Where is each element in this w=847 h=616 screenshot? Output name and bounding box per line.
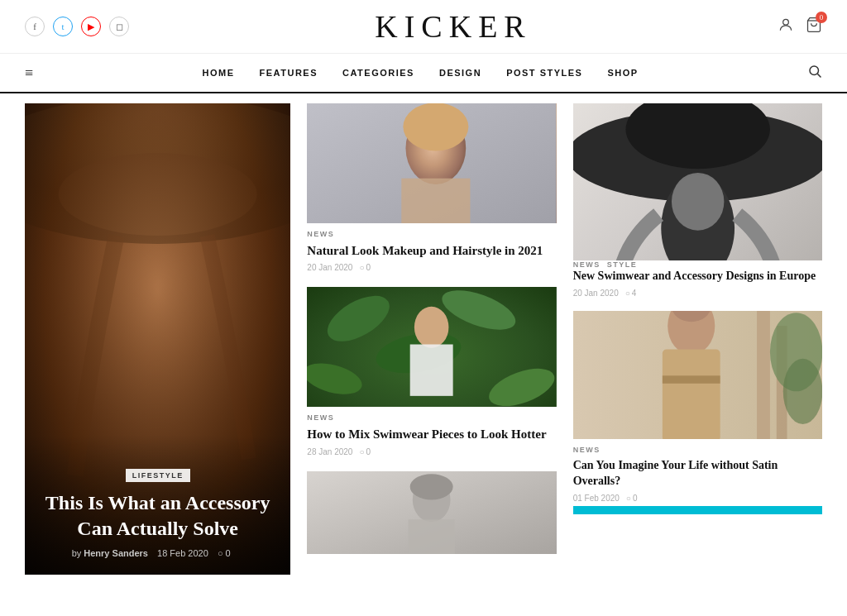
featured-overlay: LIFESTYLE This Is What an Accessory Can … xyxy=(25,435,290,575)
right-meta-2: 01 Feb 2020 0 xyxy=(573,494,822,503)
nav-post-styles[interactable]: POST STYLES xyxy=(506,68,582,78)
main-nav: ≡ HOME FEATURES CATEGORIES DESIGN POST S… xyxy=(0,54,847,93)
cart-badge: 0 xyxy=(816,12,827,23)
article-comments-2: 0 xyxy=(359,447,371,456)
right-column: NEWS STYLE New Swimwear and Accessory De… xyxy=(557,103,822,569)
svg-rect-19 xyxy=(410,345,453,396)
middle-column: NEWS Natural Look Makeup and Hairstyle i… xyxy=(290,103,556,569)
nav-home[interactable]: HOME xyxy=(203,68,235,78)
right-date-2: 01 Feb 2020 xyxy=(573,494,620,503)
article-img-placeholder-3 xyxy=(307,471,556,554)
featured-meta: by Henry Sanders 18 Feb 2020 ○ 0 xyxy=(41,548,274,558)
youtube-icon[interactable]: ▶ xyxy=(81,17,101,36)
featured-article[interactable]: LIFESTYLE This Is What an Accessory Can … xyxy=(25,103,290,575)
article-img-placeholder-1 xyxy=(307,103,556,223)
right-article-2[interactable]: NEWS Can You Imagine Your Life without S… xyxy=(573,311,822,514)
article-card-1[interactable]: NEWS Natural Look Makeup and Hairstyle i… xyxy=(307,103,556,272)
article-category-1: NEWS xyxy=(307,230,556,238)
right-article-1[interactable]: NEWS STYLE New Swimwear and Accessory De… xyxy=(573,103,822,298)
right-meta-1: 20 Jan 2020 4 xyxy=(573,289,822,298)
instagram-icon[interactable]: ◻ xyxy=(109,17,129,36)
right-img-placeholder-1 xyxy=(573,103,822,260)
nav-features[interactable]: FEATURES xyxy=(260,68,318,78)
svg-line-3 xyxy=(817,74,821,77)
article-image-2 xyxy=(307,287,556,407)
search-icon[interactable] xyxy=(807,64,822,82)
article-title-1: Natural Look Makeup and Hairstyle in 202… xyxy=(307,242,556,259)
top-bar: f t ▶ ◻ KICKER 0 xyxy=(0,0,847,54)
article-meta-1: 20 Jan 2020 0 xyxy=(307,263,556,272)
svg-point-2 xyxy=(810,66,819,75)
featured-date: 18 Feb 2020 xyxy=(157,548,208,558)
featured-title: This Is What an Accessory Can Actually S… xyxy=(41,490,274,542)
user-icon[interactable] xyxy=(778,17,794,37)
svg-point-6 xyxy=(59,153,257,236)
featured-comments: ○ 0 xyxy=(218,548,237,558)
svg-point-5 xyxy=(25,103,290,244)
svg-point-18 xyxy=(414,307,449,348)
article-meta-2: 28 Jan 2020 0 xyxy=(307,447,556,456)
svg-rect-23 xyxy=(409,519,455,554)
hamburger-menu[interactable]: ≡ xyxy=(25,64,33,82)
svg-point-10 xyxy=(404,103,469,150)
article-image-1 xyxy=(307,103,556,223)
svg-rect-36 xyxy=(663,349,720,438)
right-comments-1: 4 xyxy=(625,289,637,298)
right-img-placeholder-2 xyxy=(573,311,822,439)
right-date-1: 20 Jan 2020 xyxy=(573,289,619,298)
article-category-2: NEWS xyxy=(307,413,556,422)
right-title-2: Can You Imagine Your Life without Satin … xyxy=(573,458,822,489)
cart-icon[interactable]: 0 xyxy=(806,17,822,37)
nav-categories[interactable]: CATEGORIES xyxy=(342,68,414,78)
article-card-2[interactable]: NEWS How to Mix Swimwear Pieces to Look … xyxy=(307,287,556,456)
right-title-1: New Swimwear and Accessory Designs in Eu… xyxy=(573,269,822,284)
svg-point-22 xyxy=(410,474,453,499)
right-comments-2: 0 xyxy=(626,494,638,503)
facebook-icon[interactable]: f xyxy=(25,17,45,36)
svg-rect-11 xyxy=(402,179,471,223)
content-area: LIFESTYLE This Is What an Accessory Can … xyxy=(0,103,847,575)
svg-point-28 xyxy=(672,173,724,231)
article-date-2: 28 Jan 2020 xyxy=(307,447,352,456)
article-image-3 xyxy=(307,471,556,554)
right-image-2 xyxy=(573,311,822,439)
nav-links: HOME FEATURES CATEGORIES DESIGN POST STY… xyxy=(33,66,807,79)
right-category-2: NEWS xyxy=(573,446,822,454)
featured-category: LIFESTYLE xyxy=(126,469,190,482)
nav-design[interactable]: DESIGN xyxy=(439,68,481,78)
article-date-1: 20 Jan 2020 xyxy=(307,263,352,272)
article-card-3[interactable] xyxy=(307,471,556,554)
right-category-1: NEWS STYLE xyxy=(573,260,822,269)
social-icons: f t ▶ ◻ xyxy=(25,17,129,36)
right-image-1 xyxy=(573,103,822,260)
top-right-icons: 0 xyxy=(778,17,822,37)
article-img-placeholder-2 xyxy=(307,287,556,407)
svg-point-0 xyxy=(783,19,789,25)
nav-shop[interactable]: SHOP xyxy=(607,68,638,78)
article-comments-1: 0 xyxy=(359,263,371,272)
svg-point-33 xyxy=(782,359,822,424)
svg-rect-37 xyxy=(663,375,720,384)
teal-stripe xyxy=(573,506,822,514)
twitter-icon[interactable]: t xyxy=(53,17,73,36)
article-title-2: How to Mix Swimwear Pieces to Look Hotte… xyxy=(307,426,556,442)
site-logo[interactable]: KICKER xyxy=(375,8,531,45)
featured-author-label: by Henry Sanders xyxy=(72,548,148,558)
svg-rect-30 xyxy=(757,311,770,439)
